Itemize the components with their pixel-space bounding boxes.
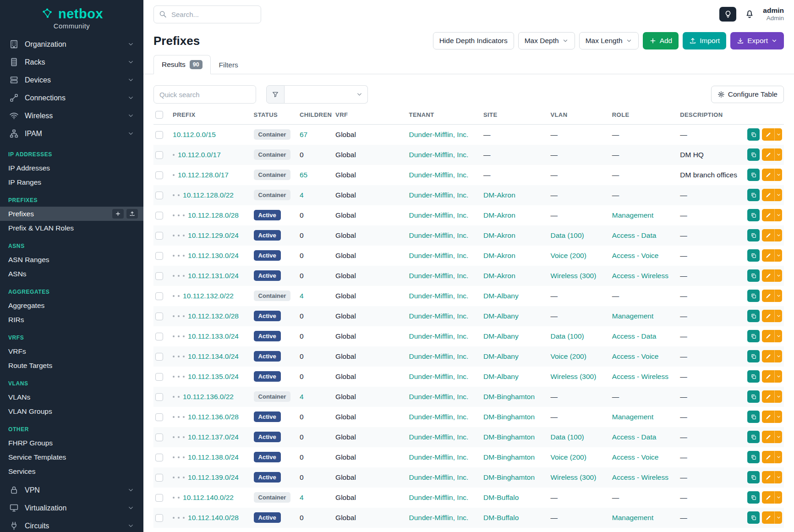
column-header-children[interactable]: CHILDREN (296, 111, 332, 125)
children-count-link[interactable]: 67 (300, 131, 307, 138)
row-checkbox[interactable] (155, 474, 163, 482)
column-header-role[interactable]: ROLE (608, 111, 676, 125)
prefix-link[interactable]: 10.112.0.0/17 (178, 151, 221, 159)
edit-button[interactable] (762, 330, 782, 342)
row-checkbox[interactable] (155, 373, 163, 381)
sidebar-item-devices[interactable]: Devices (0, 71, 143, 89)
edit-button[interactable] (762, 390, 782, 403)
tenant-link[interactable]: Dunder-Mifflin, Inc. (409, 231, 469, 239)
tenant-link[interactable]: Dunder-Mifflin, Inc. (409, 131, 469, 138)
edit-button[interactable] (762, 431, 782, 443)
sidebar-item-racks[interactable]: Racks (0, 53, 143, 71)
row-checkbox[interactable] (155, 514, 163, 522)
row-checkbox[interactable] (155, 292, 163, 300)
sidebar-item-vlans[interactable]: VLANs (0, 390, 143, 404)
site-link[interactable]: DM-Akron (483, 272, 515, 280)
column-header-status[interactable]: STATUS (250, 111, 296, 125)
quick-import-button[interactable] (126, 209, 138, 219)
user-menu[interactable]: admin Admin (763, 6, 784, 22)
saved-filter-select[interactable] (285, 85, 368, 104)
tenant-link[interactable]: Dunder-Mifflin, Inc. (409, 373, 469, 380)
sidebar-item-circuits[interactable]: Circuits (0, 517, 143, 532)
prefix-link[interactable]: 10.112.140.0/28 (188, 514, 239, 521)
sidebar-item-ipam[interactable]: IPAM (0, 125, 143, 143)
row-checkbox[interactable] (155, 393, 163, 401)
edit-button[interactable] (762, 350, 782, 362)
tenant-link[interactable]: Dunder-Mifflin, Inc. (409, 393, 469, 400)
row-checkbox[interactable] (155, 454, 163, 461)
sidebar-item-prefix-vlan-roles[interactable]: Prefix & VLAN Roles (0, 221, 143, 235)
prefix-link[interactable]: 10.112.139.0/24 (188, 473, 239, 481)
prefix-link[interactable]: 10.112.130.0/24 (188, 252, 239, 259)
site-link[interactable]: DM-Albany (483, 292, 519, 300)
tenant-link[interactable]: Dunder-Mifflin, Inc. (409, 413, 469, 421)
clone-button[interactable] (747, 390, 760, 403)
vlan-link[interactable]: Wireless (300) (550, 373, 596, 380)
role-link[interactable]: Access - Voice (612, 252, 659, 259)
site-link[interactable]: DM-Buffalo (483, 514, 519, 521)
clone-button[interactable] (747, 411, 760, 423)
prefix-link[interactable]: 10.112.140.0/22 (183, 494, 234, 501)
edit-button[interactable] (762, 229, 782, 241)
add-button[interactable]: Add (643, 32, 679, 49)
clone-button[interactable] (747, 249, 760, 262)
edit-button[interactable] (762, 370, 782, 383)
site-link[interactable]: DM-Albany (483, 312, 519, 320)
prefix-link[interactable]: 10.112.0.0/15 (173, 131, 216, 138)
row-checkbox[interactable] (155, 171, 163, 179)
sidebar-item-asns[interactable]: ASNs (0, 267, 143, 281)
edit-button[interactable] (762, 249, 782, 262)
role-link[interactable]: Access - Data (612, 332, 656, 340)
row-checkbox[interactable] (155, 192, 163, 199)
edit-button[interactable] (762, 148, 782, 161)
clone-button[interactable] (747, 370, 760, 383)
column-header-vlan[interactable]: VLAN (547, 111, 608, 125)
role-link[interactable]: Management (612, 312, 653, 320)
edit-button[interactable] (762, 189, 782, 201)
column-header-description[interactable]: DESCRIPTION (676, 111, 742, 125)
role-link[interactable]: Access - Wireless (612, 473, 668, 481)
vlan-link[interactable]: Data (100) (550, 433, 584, 441)
role-link[interactable]: Management (612, 211, 653, 219)
site-link[interactable]: DM-Akron (483, 191, 515, 199)
clone-button[interactable] (747, 330, 760, 342)
edit-button[interactable] (762, 471, 782, 483)
edit-button[interactable] (762, 209, 782, 221)
filter-button[interactable] (266, 85, 285, 104)
site-link[interactable]: DM-Akron (483, 252, 515, 259)
row-checkbox[interactable] (155, 232, 163, 240)
sidebar-item-fhrp-groups[interactable]: FHRP Groups (0, 436, 143, 450)
tenant-link[interactable]: Dunder-Mifflin, Inc. (409, 272, 469, 280)
notifications-button[interactable] (744, 9, 755, 20)
sidebar-item-vlan-groups[interactable]: VLAN Groups (0, 404, 143, 418)
sidebar-item-ip-addresses[interactable]: IP Addresses (0, 161, 143, 175)
clone-button[interactable] (747, 148, 760, 161)
edit-button[interactable] (762, 451, 782, 463)
site-link[interactable]: DM-Binghamton (483, 413, 535, 421)
max-depth-dropdown[interactable]: Max Depth (518, 32, 575, 49)
row-checkbox[interactable] (155, 252, 163, 260)
clone-button[interactable] (747, 269, 760, 282)
tenant-link[interactable]: Dunder-Mifflin, Inc. (409, 292, 469, 300)
row-checkbox[interactable] (155, 131, 163, 139)
edit-button[interactable] (762, 511, 782, 524)
sidebar-item-route-targets[interactable]: Route Targets (0, 358, 143, 373)
role-link[interactable]: Access - Data (612, 231, 656, 239)
column-header-prefix[interactable]: PREFIX (169, 111, 250, 125)
prefix-link[interactable]: 10.112.136.0/28 (188, 413, 239, 421)
tenant-link[interactable]: Dunder-Mifflin, Inc. (409, 211, 469, 219)
tenant-link[interactable]: Dunder-Mifflin, Inc. (409, 473, 469, 481)
tenant-link[interactable]: Dunder-Mifflin, Inc. (409, 453, 469, 461)
clone-button[interactable] (747, 209, 760, 221)
site-link[interactable]: DM-Buffalo (483, 494, 519, 501)
row-checkbox[interactable] (155, 151, 163, 159)
sidebar-item-asn-ranges[interactable]: ASN Ranges (0, 252, 143, 267)
row-checkbox[interactable] (155, 272, 163, 280)
edit-button[interactable] (762, 269, 782, 282)
vlan-link[interactable]: Wireless (300) (550, 272, 596, 280)
edit-button[interactable] (762, 169, 782, 181)
edit-button[interactable] (762, 491, 782, 504)
tenant-link[interactable]: Dunder-Mifflin, Inc. (409, 312, 469, 320)
clone-button[interactable] (747, 451, 760, 463)
clone-button[interactable] (747, 290, 760, 302)
